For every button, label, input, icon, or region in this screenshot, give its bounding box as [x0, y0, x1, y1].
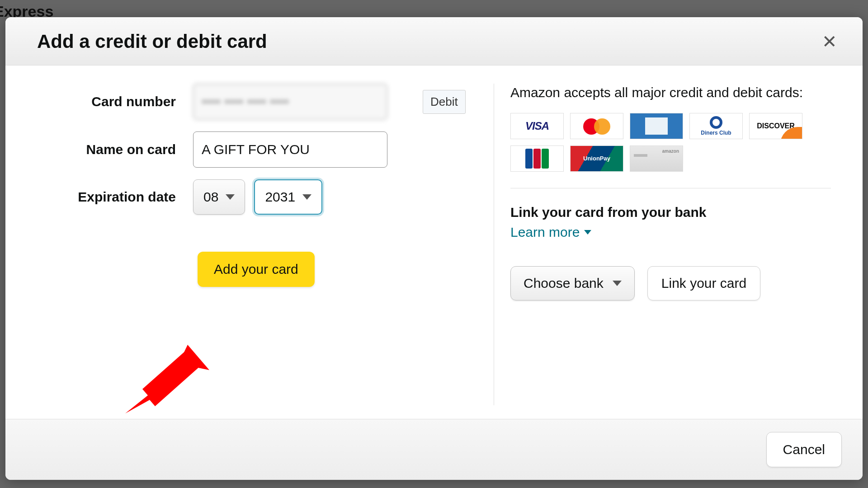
diners-club-logo: Diners Club: [689, 113, 743, 139]
chevron-down-icon: [226, 194, 235, 200]
link-your-card-button[interactable]: Link your card: [647, 266, 760, 300]
unionpay-logo: UnionPay: [570, 145, 623, 172]
mastercard-logo: [570, 113, 623, 139]
close-icon: ✕: [822, 32, 837, 52]
jcb-logo: [510, 145, 564, 172]
discover-logo: DISCOVER: [749, 113, 802, 139]
bank-actions: Choose bank Link your card: [510, 266, 831, 300]
svg-marker-0: [125, 350, 200, 413]
expiration-label: Expiration date: [24, 189, 193, 205]
card-number-input[interactable]: [193, 84, 387, 120]
modal-header: Add a credit or debit card ✕: [5, 17, 863, 66]
learn-more-link[interactable]: Learn more: [510, 225, 591, 240]
card-number-label: Card number: [24, 94, 193, 109]
amex-logo: [630, 113, 683, 139]
card-number-row: Card number Debit: [24, 84, 476, 120]
add-your-card-button[interactable]: Add your card: [198, 252, 315, 287]
close-button[interactable]: ✕: [822, 33, 837, 51]
card-form: Card number Debit Name on card Expiratio…: [5, 84, 494, 405]
name-on-card-input[interactable]: [193, 131, 387, 168]
info-panel: Amazon accepts all major credit and debi…: [494, 84, 863, 405]
link-bank-heading: Link your card from your bank: [510, 205, 831, 220]
expiration-year-value: 2031: [265, 189, 295, 205]
choose-bank-select[interactable]: Choose bank: [510, 266, 635, 300]
name-on-card-label: Name on card: [24, 142, 193, 157]
learn-more-text: Learn more: [510, 225, 580, 240]
add-card-modal: Add a credit or debit card ✕ Card number…: [5, 17, 863, 480]
accepted-cards-text: Amazon accepts all major credit and debi…: [510, 84, 831, 102]
expiration-month-value: 08: [203, 189, 218, 205]
svg-marker-1: [179, 345, 209, 370]
chevron-down-icon: [613, 281, 622, 286]
modal-footer: Cancel: [5, 419, 863, 480]
expiration-month-select[interactable]: 08: [193, 179, 245, 215]
annotation-arrow-icon: [121, 341, 211, 418]
visa-logo: VISA: [510, 113, 564, 139]
card-brand-logos: VISA Diners Club DISCOVER UnionPay amazo…: [510, 113, 831, 188]
modal-body: Card number Debit Name on card Expiratio…: [5, 66, 863, 419]
store-card-logo: amazon: [630, 145, 683, 172]
expiration-row: Expiration date 08 2031: [24, 179, 476, 215]
chevron-down-icon: [584, 230, 591, 235]
expiration-year-select[interactable]: 2031: [254, 179, 322, 215]
chevron-down-icon: [302, 194, 311, 200]
expiration-selects: 08 2031: [193, 179, 322, 215]
card-type-badge: Debit: [423, 90, 466, 114]
name-on-card-row: Name on card: [24, 131, 476, 168]
modal-title: Add a credit or debit card: [37, 31, 267, 52]
cancel-button[interactable]: Cancel: [766, 432, 842, 467]
choose-bank-label: Choose bank: [524, 276, 604, 291]
